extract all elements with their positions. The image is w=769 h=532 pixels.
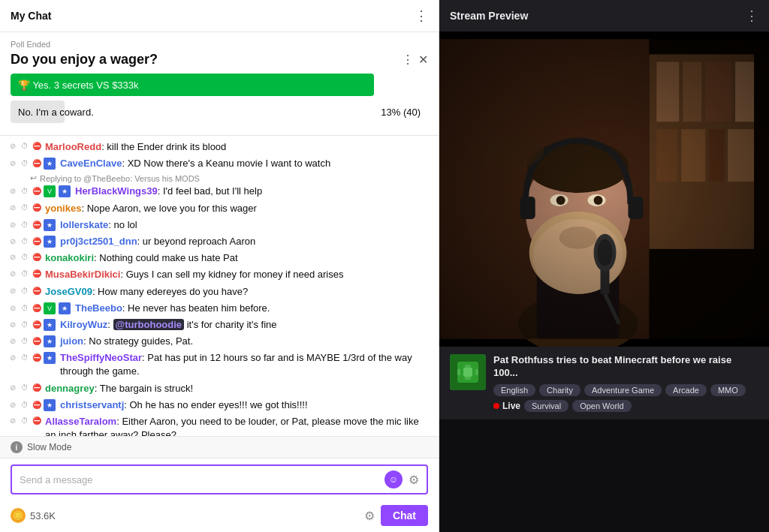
ban-icon[interactable]: ⛔ [32,383,42,393]
chat-input-settings-icon[interactable]: ⚙ [409,473,419,487]
mod-icon[interactable]: ⊘ [8,220,18,230]
ban-icon[interactable]: ⛔ [32,203,42,213]
timeout-icon[interactable]: ⏱ [20,416,30,426]
username[interactable]: HerBlackWings39 [75,185,158,197]
ban-icon[interactable]: ⛔ [32,336,42,347]
poll-option-no: No. I'm a coward. 13% (40) [11,101,428,123]
timeout-icon[interactable]: ⏱ [20,252,30,263]
chat-input[interactable] [20,474,378,485]
timeout-icon[interactable]: ⏱ [20,236,30,247]
mod-icon[interactable]: ⊘ [8,286,18,296]
msg-text: it's for charity it's fine [187,319,277,330]
mod-icon[interactable]: ⊘ [8,252,18,263]
mod-icon[interactable]: ⊘ [8,203,18,213]
mod-icon[interactable]: ⊘ [8,141,18,152]
table-row: ⊘ ⏱ ⛔ V ★ TheBeebo: He never has beaten … [8,302,431,315]
username[interactable]: konakokiri [45,252,94,263]
timeout-icon[interactable]: ⏱ [20,320,30,330]
msg-body: pr0j3ct2501_dnn: ur beyond reproach Aaro… [60,235,431,248]
username[interactable]: pr0j3ct2501_dnn [60,236,137,247]
username[interactable]: lollerskate [60,219,108,230]
tag-english[interactable]: English [493,384,535,396]
reply-indicator: ↩ Replying to @TheBeebo: Versus his MODS [8,173,431,183]
list-item: ↩ Replying to @TheBeebo: Versus his MODS… [8,173,431,198]
timeout-icon[interactable]: ⏱ [20,336,30,347]
timeout-icon[interactable]: ⏱ [20,353,30,363]
chat-input-wrapper: ☺ ⚙ [11,464,428,494]
ban-icon[interactable]: ⛔ [32,220,42,230]
ban-icon[interactable]: ⛔ [32,416,42,426]
msg-text: XD Now there's a Keanu movie I want to w… [128,158,331,169]
mod-icon[interactable]: ⊘ [8,236,18,247]
username[interactable]: yonikes [45,203,81,214]
msg-text: He never has beaten him before. [128,302,270,314]
subscriber-badge: ★ [44,335,56,347]
username[interactable]: juion [60,335,83,347]
username[interactable]: dennagrey [45,383,95,394]
timeout-icon[interactable]: ⏱ [20,303,30,314]
username[interactable]: CaveEnClave [60,158,122,169]
stream-preview-title: Stream Preview [450,10,528,22]
ban-icon[interactable]: ⛔ [32,400,42,410]
timeout-icon[interactable]: ⏱ [20,383,30,393]
chat-send-button[interactable]: Chat [381,505,428,526]
ban-icon[interactable]: ⛔ [32,320,42,330]
chat-settings-button[interactable]: ⚙ [364,509,375,523]
stream-tags: English Charity Adventure Game Arcade MM… [493,384,758,412]
username[interactable]: MusaBekirDikici [45,269,120,280]
poll-menu-button[interactable]: ⋮ [402,53,414,67]
username[interactable]: JoseGV09 [45,286,92,297]
timeout-icon[interactable]: ⏱ [20,158,30,169]
tag-mmo[interactable]: MMO [710,384,746,396]
chat-footer: 🪙 53.6K ⚙ Chat [0,500,439,532]
subscriber-badge: ★ [44,319,56,331]
poll-close-button[interactable]: ✕ [418,53,428,67]
username[interactable]: MarlooRedd [45,141,101,152]
mod-icon[interactable]: ⊘ [8,383,18,393]
tag-charity[interactable]: Charity [539,384,581,396]
ban-icon[interactable]: ⛔ [32,158,42,169]
msg-text: kill the Ender drink its blood [107,141,226,152]
mod-icon[interactable]: ⊘ [8,186,18,197]
mod-icon[interactable]: ⊘ [8,353,18,363]
mod-icon[interactable]: ⊘ [8,303,18,314]
username[interactable]: KilroyWuz [60,319,107,330]
poll-option-no-label: No. I'm a coward. [18,107,94,118]
ban-icon[interactable]: ⛔ [32,141,42,152]
chat-header-menu-button[interactable]: ⋮ [415,8,428,24]
mod-icon[interactable]: ⊘ [8,320,18,330]
mod-icon[interactable]: ⊘ [8,269,18,279]
timeout-icon[interactable]: ⏱ [20,186,30,197]
stream-header-menu-button[interactable]: ⋮ [745,8,758,24]
username[interactable]: christservantj [60,399,124,410]
mod-icon[interactable]: ⊘ [8,416,18,426]
ban-icon[interactable]: ⛔ [32,269,42,279]
poll-option-yes: 🏆 Yes. 3 secrets VS $333k 87% (257) [11,74,428,96]
username[interactable]: TheBeebo [75,302,122,314]
timeout-icon[interactable]: ⏱ [20,203,30,213]
timeout-icon[interactable]: ⏱ [20,220,30,230]
tag-survival[interactable]: Survival [524,400,568,412]
mod-icon[interactable]: ⊘ [8,336,18,347]
ban-icon[interactable]: ⛔ [32,286,42,296]
mention-tag[interactable]: @turbohoodie [113,319,185,330]
mod-icon[interactable]: ⊘ [8,400,18,410]
ban-icon[interactable]: ⛔ [32,186,42,197]
ban-icon[interactable]: ⛔ [32,353,42,363]
tag-adventure-game[interactable]: Adventure Game [584,384,662,396]
mod-icon[interactable]: ⊘ [8,158,18,169]
timeout-icon[interactable]: ⏱ [20,286,30,296]
msg-body: lollerskate: no lol [60,218,431,232]
tag-arcade[interactable]: Arcade [665,384,707,396]
timeout-icon[interactable]: ⏱ [20,269,30,279]
table-row: ⊘ ⏱ ⛔ MarlooRedd: kill the Ender drink i… [8,140,431,154]
username[interactable]: AllasseTaralom [45,416,116,427]
timeout-icon[interactable]: ⏱ [20,141,30,152]
ban-icon[interactable]: ⛔ [32,236,42,247]
tag-open-world[interactable]: Open World [572,400,632,412]
ban-icon[interactable]: ⛔ [32,252,42,263]
ban-icon[interactable]: ⛔ [32,303,42,314]
emote-picker-button[interactable]: ☺ [384,470,403,488]
timeout-icon[interactable]: ⏱ [20,400,30,410]
username[interactable]: TheSpiffyNeoStar [60,352,142,363]
